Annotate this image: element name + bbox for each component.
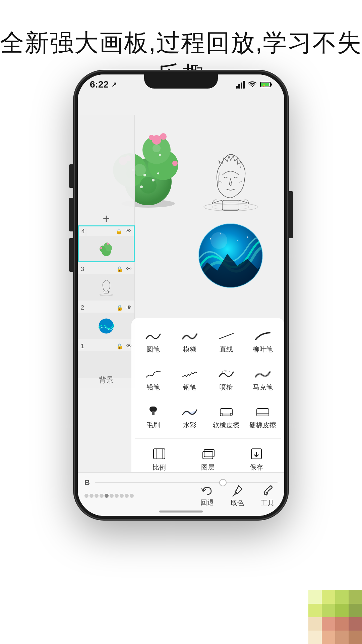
svg-point-60 (100, 294, 113, 296)
svg-rect-9 (335, 617, 349, 631)
svg-rect-44 (222, 200, 239, 210)
tool-settings-icon (261, 484, 274, 496)
brush-marker-icon (254, 368, 272, 380)
svg-rect-14 (308, 617, 322, 631)
signal-icon (236, 81, 245, 89)
background-label: 背景 (78, 375, 135, 385)
brush-watercolor[interactable]: 水彩 (171, 400, 208, 435)
brush-blur[interactable]: 模糊 (171, 325, 208, 359)
svg-rect-5 (322, 604, 335, 617)
layer-visibility-icon-4[interactable]: 👁 (126, 228, 131, 234)
svg-rect-3 (349, 590, 362, 604)
add-layer-icon: + (103, 212, 110, 226)
layer-lock-icon-3[interactable]: 🔒 (116, 266, 123, 272)
bottom-bar: B (78, 472, 284, 516)
brush-bristle-label: 毛刷 (146, 421, 160, 430)
svg-rect-17 (270, 84, 272, 86)
eyedropper-label: 取色 (231, 498, 244, 507)
brush-willow[interactable]: 柳叶笔 (244, 325, 281, 359)
svg-point-35 (160, 133, 167, 140)
phone-frame: 6:22 ↗ (74, 70, 288, 520)
svg-point-63 (222, 371, 223, 373)
globe-illustration (197, 222, 264, 289)
brush-round[interactable]: 圆笔 (135, 325, 171, 359)
brush-watercolor-icon (181, 406, 198, 418)
canvas-area[interactable]: + 4 🔒 👁 (78, 95, 284, 516)
tool-eyedropper[interactable]: 取色 (231, 484, 244, 507)
brush-bristle[interactable]: 毛刷 (135, 400, 171, 435)
tool-settings[interactable]: 工具 (261, 484, 274, 507)
tool-save-label: 保存 (250, 463, 263, 472)
brush-hard-eraser[interactable]: 硬橡皮擦 (244, 400, 281, 435)
svg-point-50 (254, 232, 255, 233)
svg-text:⚡: ⚡ (262, 83, 266, 87)
status-time: 6:22 ↗ (90, 79, 117, 90)
layer-number-2: 2 (81, 304, 84, 311)
brush-pen-icon (181, 368, 198, 380)
brush-soft-eraser[interactable]: 软橡皮擦 (208, 400, 244, 435)
brush-marker[interactable]: 马克笔 (244, 363, 281, 397)
brush-pencil[interactable]: 铅笔 (135, 363, 171, 397)
tool-undo[interactable]: 回退 (200, 485, 214, 507)
layer-item-1[interactable]: 1 🔒 👁 (78, 341, 135, 378)
brush-pencil-label: 铅笔 (146, 383, 160, 392)
svg-point-59 (107, 243, 109, 245)
layer-visibility-icon-1[interactable]: 👁 (126, 343, 132, 350)
brush-bristle-icon (144, 406, 162, 418)
layers-panel: + 4 🔒 👁 (78, 115, 135, 388)
tool-ratio-icon (152, 447, 167, 460)
brush-pen[interactable]: 钢笔 (171, 363, 208, 397)
layer-visibility-icon-3[interactable]: 👁 (126, 266, 132, 272)
brush-pen-label: 钢笔 (183, 383, 196, 392)
layer-visibility-icon-2[interactable]: 👁 (126, 305, 132, 311)
layer-lock-icon-2[interactable]: 🔒 (116, 305, 123, 311)
svg-point-58 (100, 247, 102, 249)
svg-rect-10 (349, 617, 362, 631)
svg-point-31 (157, 172, 159, 174)
brush-line[interactable]: 直线 (208, 325, 244, 359)
svg-rect-67 (149, 407, 157, 412)
svg-point-30 (140, 185, 143, 188)
brush-grid-row2: 铅笔 钢笔 (135, 363, 281, 397)
brush-grid-row3: 毛刷 水彩 (135, 400, 281, 435)
location-icon: ↗ (111, 80, 117, 89)
tool-layers-icon (200, 447, 215, 460)
svg-rect-12 (335, 631, 349, 644)
layer-lock-icon-1[interactable]: 🔒 (116, 343, 123, 350)
tool-layers-label: 图层 (201, 463, 215, 472)
layer-lock-icon-4[interactable]: 🔒 (116, 228, 122, 234)
tool-save-icon (249, 447, 264, 460)
svg-point-36 (149, 135, 154, 140)
svg-point-33 (159, 154, 161, 156)
tool-ratio-label: 比例 (153, 463, 166, 472)
brush-round-label: 圆笔 (146, 345, 160, 354)
bust-illustration (197, 142, 264, 222)
brush-hard-eraser-label: 硬橡皮擦 (249, 421, 276, 430)
brush-soft-eraser-icon (218, 406, 235, 418)
brush-marker-label: 马克笔 (253, 383, 273, 392)
svg-rect-8 (322, 617, 335, 631)
undo-icon (200, 485, 214, 496)
svg-point-51 (237, 240, 238, 241)
tool-label: 工具 (261, 498, 274, 507)
svg-line-80 (233, 494, 235, 496)
svg-rect-0 (308, 590, 322, 604)
svg-point-40 (134, 164, 146, 176)
svg-point-64 (225, 370, 227, 372)
volume-down-button (69, 198, 74, 231)
svg-point-29 (152, 179, 155, 181)
notch (144, 74, 218, 89)
layer-number-4: 4 (81, 228, 85, 235)
svg-point-65 (229, 371, 230, 372)
brush-spray[interactable]: 喷枪 (208, 363, 244, 397)
layer-item-3[interactable]: 3 🔒 👁 (78, 264, 135, 301)
layer-item-4[interactable]: 4 🔒 👁 (78, 225, 135, 262)
layer-number-1: 1 (81, 343, 84, 350)
brush-soft-eraser-label: 软橡皮擦 (213, 421, 240, 430)
brush-hard-eraser-icon (254, 406, 272, 418)
svg-rect-68 (152, 411, 155, 415)
add-layer-button[interactable]: + (78, 212, 135, 225)
brush-pencil-icon (144, 368, 162, 380)
layer-item-2[interactable]: 2 🔒 👁 (78, 303, 135, 339)
svg-point-43 (212, 204, 249, 210)
